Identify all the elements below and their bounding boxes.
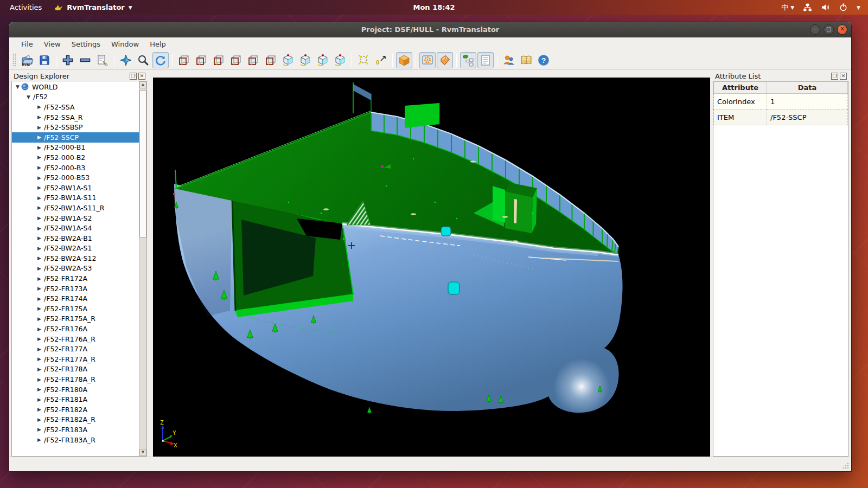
menu-settings[interactable]: Settings (66, 38, 106, 50)
expand-arrow-icon[interactable]: ▶ (36, 235, 43, 241)
app-menu[interactable]: RvmTranslator ▼ (54, 3, 132, 12)
tree-item[interactable]: ▶/F52-FR177A (12, 344, 139, 354)
view-front-button[interactable] (176, 52, 192, 68)
volume-icon[interactable] (821, 3, 830, 12)
view-right-button[interactable] (228, 52, 244, 68)
expand-arrow-icon[interactable]: ▶ (36, 165, 43, 170)
data-column-header[interactable]: Data (767, 82, 848, 94)
show-log-button[interactable] (477, 52, 494, 68)
expand-arrow-icon[interactable]: ▶ (36, 145, 43, 150)
expand-arrow-icon[interactable]: ▶ (36, 427, 43, 432)
float-panel-icon[interactable]: ❐ (831, 73, 838, 80)
3d-viewport[interactable]: Z Y X (153, 78, 710, 457)
tree-item[interactable]: ▶/F52-FR180A (12, 384, 139, 395)
expand-arrow-icon[interactable]: ▶ (36, 296, 43, 301)
tree-item[interactable]: ▶/F52-BW2A-S1 (12, 243, 139, 254)
close-panel-icon[interactable]: ✕ (840, 73, 847, 80)
expand-arrow-icon[interactable]: ▶ (36, 276, 43, 281)
expand-arrow-icon[interactable]: ▶ (36, 205, 43, 210)
expand-arrow-icon[interactable]: ▶ (36, 367, 43, 372)
tree-item[interactable]: ▶/F52-FR182A_R (12, 415, 139, 425)
tree-item[interactable]: ▶/F52-000-B2 (12, 152, 139, 163)
view-iso-4-button[interactable] (332, 52, 348, 68)
view-origin-button[interactable] (373, 52, 389, 68)
expand-arrow-icon[interactable]: ▶ (36, 377, 43, 382)
resize-grip[interactable] (841, 461, 850, 470)
tree-item[interactable]: ▶/F52-FR176A_R (12, 334, 139, 344)
tree-item[interactable]: ▶/F52-FR172A (12, 273, 139, 284)
expand-arrow-icon[interactable]: ▶ (36, 407, 43, 412)
activities-button[interactable]: Activities (8, 2, 44, 12)
tree-item[interactable]: ▶/F52-FR183A (12, 425, 139, 435)
expand-arrow-icon[interactable]: ▶ (36, 134, 43, 140)
add-model-button[interactable] (60, 52, 76, 68)
expand-arrow-icon[interactable]: ▶ (36, 155, 43, 160)
remove-model-button[interactable] (77, 52, 93, 68)
export-structure-button[interactable] (460, 52, 476, 68)
table-row[interactable]: ITEM/F52-SSCP (714, 110, 848, 125)
scroll-down-icon[interactable]: ▼ (139, 449, 146, 456)
tree-item[interactable]: ▶/F52-000-B3 (12, 163, 139, 173)
tree-item[interactable]: ▶/F52-FR181A (12, 394, 139, 404)
toolbar-drag-handle[interactable] (12, 53, 16, 67)
menu-file[interactable]: File (16, 38, 39, 50)
expand-arrow-icon[interactable]: ▶ (36, 336, 43, 342)
tree-item[interactable]: ▶/F52-BW1A-S2 (12, 213, 139, 223)
tree-item[interactable]: ▶/F52-FR173A (12, 284, 139, 294)
tree-item[interactable]: ▶/F52-FR177A_R (12, 354, 139, 364)
view-bottom-button[interactable] (263, 52, 279, 68)
tree-item[interactable]: ▶/F52-BW2A-S3 (12, 264, 139, 274)
expand-arrow-icon[interactable]: ▶ (36, 125, 43, 130)
tree-item[interactable]: ▶/F52-000-B1 (12, 143, 139, 153)
tree-item[interactable]: ▶/F52-FR182A (12, 404, 139, 415)
show-labels-button[interactable] (437, 52, 453, 68)
tree-item[interactable]: ▶/F52-000-B53 (12, 172, 139, 183)
tree-item[interactable]: ▶/F52-BW1A-S1 (12, 183, 139, 193)
tree-item[interactable]: ▶/F52-FR178A (12, 364, 139, 375)
expand-arrow-icon[interactable]: ▶ (36, 387, 43, 392)
expand-arrow-icon[interactable]: ▶ (36, 346, 43, 352)
fly-navigate-button[interactable] (118, 52, 134, 68)
expand-arrow-icon[interactable]: ▶ (36, 437, 43, 442)
tree-item[interactable]: ▶/F52-BW1A-S4 (12, 223, 139, 233)
user-manual-button[interactable] (518, 52, 534, 68)
network-icon[interactable] (803, 3, 812, 12)
view-left-button[interactable] (210, 52, 227, 68)
power-icon[interactable] (839, 3, 848, 12)
save-file-button[interactable] (36, 52, 53, 68)
tree-item[interactable]: ▶/F52-SSCP (12, 132, 139, 143)
expand-arrow-icon[interactable]: ▶ (36, 417, 43, 422)
close-panel-icon[interactable]: ✕ (138, 73, 145, 80)
view-iso-1-button[interactable] (280, 52, 296, 68)
open-rvm-file-button[interactable] (19, 52, 35, 68)
view-iso-3-button[interactable] (315, 52, 331, 68)
tree-item[interactable]: ▶/F52-BW2A-S12 (12, 253, 139, 264)
zoom-extents-button[interactable] (355, 52, 372, 68)
tree-item[interactable]: ▶/F52-FR175A_R (12, 314, 139, 324)
view-back-button[interactable] (193, 52, 209, 68)
menu-view[interactable]: View (39, 38, 66, 50)
about-help-button[interactable] (535, 52, 552, 68)
expand-arrow-icon[interactable]: ▶ (36, 286, 43, 291)
close-button[interactable]: ✕ (837, 24, 847, 35)
community-button[interactable] (501, 52, 517, 68)
tree-item[interactable]: ▶/F52-FR183A_R (12, 435, 139, 445)
scroll-thumb[interactable] (139, 90, 146, 237)
chevron-down-icon[interactable]: ▼ (857, 5, 860, 10)
expand-arrow-icon[interactable]: ▶ (36, 397, 43, 402)
tree-item[interactable]: ▶/F52-BW2A-B1 (12, 233, 139, 243)
table-row[interactable]: ColorIndex1 (714, 94, 848, 110)
view-iso-2-button[interactable] (297, 52, 314, 68)
tree-item[interactable]: ▶/F52-BW1A-S11_R (12, 203, 139, 213)
display-settings-button[interactable] (419, 52, 436, 68)
expand-arrow-icon[interactable]: ▶ (36, 185, 43, 190)
expand-arrow-icon[interactable]: ▶ (36, 215, 43, 221)
float-panel-icon[interactable]: ❐ (130, 73, 137, 80)
expand-arrow-icon[interactable]: ▶ (36, 266, 43, 271)
zoom-window-button[interactable] (135, 52, 151, 68)
tree-item[interactable]: ▶/F52-SSA (12, 102, 139, 112)
expand-arrow-icon[interactable]: ▶ (36, 114, 43, 120)
clear-view-button[interactable] (94, 52, 111, 68)
minimize-button[interactable]: ─ (810, 24, 820, 35)
collapse-arrow-icon[interactable]: ▼ (14, 84, 21, 89)
